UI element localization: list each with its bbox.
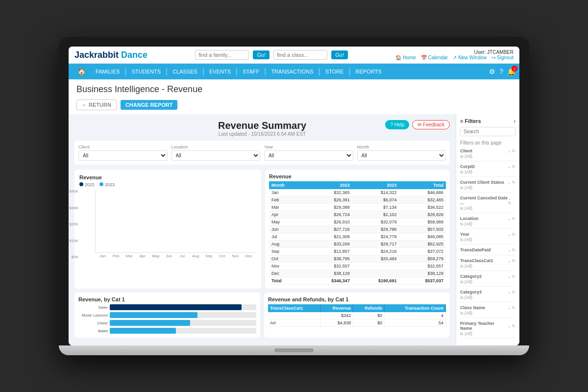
- class-search-go-button[interactable]: Go!: [331, 50, 348, 59]
- settings-icon[interactable]: ⚙: [489, 68, 495, 75]
- laptop-base: [59, 345, 529, 355]
- chevron-down-icon: ⌄ ↻: [508, 324, 515, 328]
- sidebar-filter-item: Current Client Status⌄ ↻is (All): [460, 180, 515, 193]
- sidebar: ≡ Filters › Filters on this page Client⌄…: [456, 114, 519, 345]
- table-cell: $59,279: [399, 255, 446, 263]
- sidebar-filter-value: is (All): [460, 206, 515, 211]
- x-label-sep: Sep: [203, 254, 215, 258]
- hbar-item-ballet: Ballet: [78, 328, 256, 334]
- table-cell: $38,795: [305, 255, 352, 263]
- sidebar-filter-value: is (All): [460, 264, 515, 269]
- logo-text-dance: Dance: [119, 50, 147, 60]
- chevron-down-icon: ⌄ ↻: [508, 306, 515, 310]
- x-label-nov: Nov: [230, 254, 241, 258]
- client-label: Client: [78, 145, 168, 149]
- table-cell: $29,786: [352, 226, 399, 233]
- table-row: Aug$33,209$29,717$62,925: [269, 241, 446, 248]
- table-cell: Oct: [269, 255, 305, 263]
- sidebar-filter-value: is (All): [460, 331, 515, 336]
- nav-transactions[interactable]: TRANSACTIONS: [266, 65, 318, 78]
- sidebar-header: ≡ Filters ›: [460, 118, 515, 124]
- x-label-aug: Aug: [190, 254, 201, 258]
- cat1-chart-panel: Revenue, by Cat 1 SwimMusic LessonsCheer…: [74, 293, 260, 338]
- signout-link[interactable]: ↪ Signout: [491, 55, 514, 60]
- sidebar-filter-item: CorpID⌄ ↻is (All): [460, 164, 515, 177]
- table-row: Art$4,838$054: [268, 319, 446, 327]
- help-button[interactable]: ? Help: [385, 120, 409, 129]
- year-select[interactable]: All: [264, 150, 353, 161]
- sidebar-filter-item: Class Name⌄ ↻is (All): [460, 305, 515, 318]
- nav-events[interactable]: EVENTS: [204, 65, 236, 78]
- sidebar-filter-item: Category3⌄ ↻is (All): [460, 290, 515, 302]
- home-link[interactable]: 🏠 Home: [395, 55, 416, 60]
- table-cell: $26,391: [305, 196, 352, 204]
- sidebar-filter-value: is (All): [460, 237, 515, 242]
- return-button[interactable]: ← RETURN: [76, 99, 117, 110]
- table-row: Sep$12,857$24,216$37,072: [269, 248, 446, 255]
- y-label-40k: $40K: [69, 189, 78, 194]
- sidebar-filter-label: Class Name: [460, 305, 485, 310]
- feedback-button[interactable]: ✉ Feedback: [412, 120, 450, 129]
- sidebar-search-input[interactable]: [460, 127, 515, 136]
- revenue-table: Month 2022 2023 Total Jan$32,365$14,322$…: [269, 181, 446, 285]
- table-row: Mar$29,388$7,134$36,522: [269, 204, 446, 211]
- nav-students[interactable]: STUDENTS: [127, 65, 166, 78]
- year-filter: Year All: [264, 145, 353, 161]
- table-cell: $26,724: [305, 211, 352, 219]
- refunds-table: TransClassCat1 Revenue Refunds Transacti…: [268, 304, 446, 327]
- table-cell: [352, 270, 399, 277]
- class-search-input[interactable]: [273, 50, 327, 60]
- nav-right-icons: ⚙ ? 🔔 2: [489, 68, 515, 75]
- nav-home-icon[interactable]: 🏠: [73, 64, 91, 79]
- chevron-down-icon: ⌄ ↻: [508, 274, 515, 279]
- sidebar-expand-icon[interactable]: ›: [514, 119, 515, 124]
- table-cell: 4: [385, 312, 446, 319]
- month-select[interactable]: All: [357, 150, 446, 161]
- chevron-down-icon: ⌄ ↻: [508, 165, 515, 169]
- table-row: Nov$32,557$32,557: [269, 263, 446, 270]
- table-cell: $27,716: [305, 226, 352, 233]
- help-icon[interactable]: ?: [499, 68, 503, 75]
- sidebar-filter-item: TransClassCat1⌄ ↻is (All): [460, 258, 515, 271]
- nav-reports[interactable]: REPORTS: [351, 65, 387, 78]
- main-layout: ? Help ✉ Feedback Revenue Summary Last u…: [69, 114, 519, 345]
- nav-families[interactable]: FAMILIES: [91, 65, 125, 78]
- table-cell: Nov: [269, 263, 305, 270]
- sidebar-filter-item: Current Canceled Date ...⌄ ↻is (All): [460, 196, 515, 213]
- family-search-go-button[interactable]: Go!: [253, 50, 270, 59]
- notifications-icon[interactable]: 🔔 2: [507, 68, 515, 75]
- bar-chart-area: $40K $30K $20K $10K $0K JanFebMarAprMayJ…: [79, 189, 256, 259]
- table-cell: $24,216: [352, 248, 399, 255]
- table-cell: $26,910: [305, 219, 352, 226]
- table-cell: Jun: [269, 226, 305, 233]
- x-label-feb: Feb: [110, 254, 122, 258]
- sidebar-filter-label: Location: [460, 216, 479, 221]
- client-select[interactable]: All: [78, 150, 168, 161]
- nav-store[interactable]: STORE: [320, 65, 349, 78]
- calendar-link[interactable]: 📅 Calendar: [421, 55, 448, 60]
- sidebar-filter-value: is (All): [460, 154, 515, 159]
- chevron-down-icon: ⌄ ↻: [508, 232, 515, 237]
- sidebar-filters-list: Client⌄ ↻is (All)CorpID⌄ ↻is (All)Curren…: [460, 148, 515, 339]
- nav-staff[interactable]: STAFF: [238, 65, 264, 78]
- sidebar-filter-value: is (All): [460, 279, 515, 284]
- month-filter: Month All: [357, 145, 446, 161]
- table-cell: $29,717: [352, 241, 399, 248]
- top-bar: Jackrabbit Dance Go! Go! User: JTCAMBER …: [69, 47, 519, 64]
- chevron-down-icon: ⌄ ↻: [508, 149, 515, 153]
- table-cell: $32,079: [352, 219, 399, 226]
- sidebar-filter-item: Category2⌄ ↻is (All): [460, 274, 515, 287]
- sidebar-filter-label: Category2: [460, 274, 482, 279]
- col-2022: 2022: [305, 181, 352, 189]
- change-report-button[interactable]: CHANGE REPORT: [121, 100, 178, 110]
- nav-classes[interactable]: CLASSES: [168, 65, 202, 78]
- new-window-link[interactable]: ↗ New Window: [453, 55, 487, 60]
- chevron-down-icon: ⌄ ↻: [508, 290, 515, 294]
- sidebar-filter-label: Primary Teacher Name: [460, 321, 508, 331]
- bar-chart-title: Revenue: [79, 174, 256, 180]
- family-search-input[interactable]: [195, 50, 249, 60]
- table-cell: Aug: [269, 241, 305, 248]
- location-select[interactable]: All: [172, 150, 261, 161]
- bar-chart: [95, 189, 256, 253]
- charts-row: Revenue 2022 2023 $40K $30K $20K $10K: [74, 170, 450, 289]
